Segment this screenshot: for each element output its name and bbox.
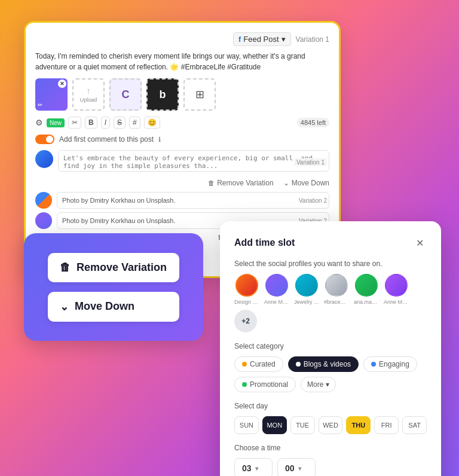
comment-textarea[interactable] xyxy=(58,150,329,172)
category-blogs-button[interactable]: Blogs & videos xyxy=(288,356,359,372)
popup-card: 🗑 Remove Variation ⌄ Move Down xyxy=(24,233,203,341)
category-promotional-button[interactable]: Promotional xyxy=(234,377,296,392)
move-down-button[interactable]: ⌄ Move Down xyxy=(283,179,329,187)
media-row: ✕ ✏ ↑ Upload C b ⊞ xyxy=(35,78,329,111)
remove-variation-1-label: Remove Variation xyxy=(217,179,274,187)
day-tue[interactable]: TUE xyxy=(290,416,315,434)
comment-section: Variation 1 xyxy=(35,150,329,174)
popup-remove-variation-label: Remove Variation xyxy=(76,261,167,274)
feed-post-label: Feed Post xyxy=(243,35,279,44)
profile-avatar-1 xyxy=(235,274,258,297)
popup-trash-icon: 🗑 xyxy=(60,261,71,274)
profile-avatar-4 xyxy=(325,274,348,297)
category-more-button[interactable]: More ▾ xyxy=(301,377,336,392)
dialog-close-button[interactable]: ✕ xyxy=(412,236,427,250)
layout-icon: ⊞ xyxy=(195,88,204,101)
media-circle-c[interactable]: C xyxy=(109,78,142,111)
info-icon: ℹ xyxy=(158,136,161,144)
curated-dot xyxy=(242,362,247,367)
profile-item-3[interactable]: Jewelry Th... xyxy=(294,274,319,305)
popup-remove-variation-button[interactable]: 🗑 Remove Variation xyxy=(48,253,179,282)
profile-item-more[interactable]: +2 xyxy=(234,310,257,332)
blogs-dot xyxy=(296,362,301,367)
remove-variation-1-button[interactable]: 🗑 Remove Variation xyxy=(208,179,274,187)
day-sun[interactable]: SUN xyxy=(234,416,259,434)
chars-left-badge: 4845 left xyxy=(297,118,329,127)
profile-avatar-5 xyxy=(355,274,378,297)
action-row-1: 🗑 Remove Variation ⌄ Move Down xyxy=(35,179,329,187)
time-row: 03 ▾ 00 ▾ xyxy=(234,458,427,476)
day-thu[interactable]: THU xyxy=(346,416,371,434)
dialog-header: Add time slot ✕ xyxy=(234,236,427,250)
comment-variation-tag: Variation 1 xyxy=(294,158,327,166)
media-box[interactable]: ⊞ xyxy=(183,78,216,111)
popup-move-down-button[interactable]: ⌄ Move Down xyxy=(48,292,179,322)
profile-name-6: Anne Mary... xyxy=(384,299,409,305)
chevron-down-icon: ⌄ xyxy=(283,179,289,187)
bold-button[interactable]: B xyxy=(85,117,97,129)
photo-avatar-2 xyxy=(35,212,52,229)
minute-select[interactable]: 00 ▾ xyxy=(277,458,316,476)
trash-icon: 🗑 xyxy=(208,179,215,187)
day-fri[interactable]: FRI xyxy=(374,416,399,434)
emoji-button[interactable]: 😊 xyxy=(144,117,160,129)
edit-icon: ✏ xyxy=(38,102,42,108)
profile-name-5: ana.mary.s... xyxy=(354,299,379,305)
promotional-dot xyxy=(242,382,247,387)
hour-select[interactable]: 03 ▾ xyxy=(234,458,273,476)
profile-avatar-3 xyxy=(295,274,318,297)
day-wed[interactable]: WED xyxy=(319,416,343,434)
profile-item-5[interactable]: ana.mary.s... xyxy=(354,274,379,305)
facebook-icon: f xyxy=(238,35,241,44)
media-thumbnail[interactable]: ✕ ✏ xyxy=(35,78,68,111)
profile-avatar-more: +2 xyxy=(234,310,257,332)
minute-chevron-icon: ▾ xyxy=(298,465,301,472)
day-mon[interactable]: MON xyxy=(262,416,287,434)
profile-name-1: Design Re... xyxy=(234,299,259,305)
category-curated-button[interactable]: Curated xyxy=(234,356,283,372)
profile-name-2: Anne Mary... xyxy=(264,299,289,305)
engaging-label: Engaging xyxy=(379,360,409,368)
letter-icon: b xyxy=(160,89,166,101)
popup-chevron-down-icon: ⌄ xyxy=(60,300,69,313)
new-badge: New xyxy=(47,118,65,127)
engaging-dot xyxy=(371,362,376,367)
hour-value: 03 xyxy=(242,463,252,473)
photo-credit-input-1[interactable] xyxy=(57,192,329,209)
profile-item-6[interactable]: Anne Mary... xyxy=(384,274,409,305)
profile-item-2[interactable]: Anne Mary... xyxy=(264,274,289,305)
close-media-button[interactable]: ✕ xyxy=(58,80,66,88)
strikethrough-button[interactable]: S xyxy=(114,117,126,129)
upload-arrow-icon: ↑ xyxy=(87,86,91,96)
social-profiles-label: Select the social profiles you want to s… xyxy=(234,260,427,268)
category-row: Curated Blogs & videos Engaging Promotio… xyxy=(234,356,427,392)
upload-button[interactable]: ↑ Upload xyxy=(72,78,105,111)
profile-item-4[interactable]: #braceMo... xyxy=(324,274,349,305)
add-time-slot-dialog: Add time slot ✕ Select the social profil… xyxy=(220,221,441,476)
popup-move-down-label: Move Down xyxy=(75,300,134,313)
upload-label: Upload xyxy=(80,97,97,103)
user-avatar xyxy=(35,150,53,168)
minute-value: 00 xyxy=(285,463,295,473)
hash-button[interactable]: # xyxy=(129,117,140,129)
italic-button[interactable]: I xyxy=(101,117,110,129)
first-comment-toggle[interactable] xyxy=(35,135,54,144)
more-label: More xyxy=(307,380,323,389)
category-engaging-button[interactable]: Engaging xyxy=(363,356,417,372)
feed-post-button[interactable]: f Feed Post ▾ xyxy=(233,32,291,46)
magic-icon[interactable]: ✂ xyxy=(68,117,81,129)
settings-icon[interactable]: ⚙ xyxy=(35,118,43,127)
profile-avatar-6 xyxy=(385,274,408,297)
time-label: Choose a time xyxy=(234,444,427,452)
promotional-label: Promotional xyxy=(250,380,288,389)
profile-avatar-2 xyxy=(265,274,288,297)
profile-item-1[interactable]: Design Re... xyxy=(234,274,259,305)
profiles-row: Design Re... Anne Mary... Jewelry Th... … xyxy=(234,274,427,332)
media-square-dark[interactable]: b xyxy=(146,78,179,111)
day-sat[interactable]: SAT xyxy=(402,416,427,434)
move-down-label: Move Down xyxy=(292,179,329,187)
photo-row-1: Variation 2 xyxy=(35,192,329,209)
curated-label: Curated xyxy=(250,360,276,368)
variation-1-badge: Variation 1 xyxy=(296,35,329,44)
top-bar: f Feed Post ▾ Variation 1 xyxy=(35,32,329,46)
